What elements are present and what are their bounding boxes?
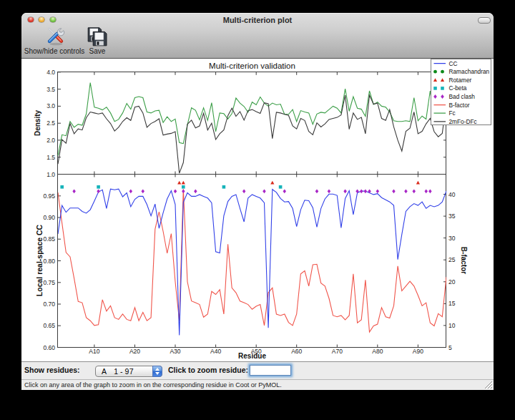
svg-text:2.5: 2.5 (46, 119, 55, 127)
svg-text:A40: A40 (210, 348, 221, 355)
svg-text:A90: A90 (413, 348, 423, 355)
svg-text:0.95: 0.95 (43, 192, 55, 200)
svg-text:3.0: 3.0 (46, 102, 55, 109)
svg-text:5: 5 (448, 344, 452, 351)
svg-text:A30: A30 (170, 348, 180, 355)
svg-text:1.5: 1.5 (46, 154, 55, 161)
svg-text:Rotamer: Rotamer (449, 77, 472, 84)
svg-text:0.65: 0.65 (43, 322, 55, 329)
svg-text:0.70: 0.70 (43, 301, 55, 308)
svg-text:0.75: 0.75 (43, 279, 55, 286)
svg-text:C-beta: C-beta (449, 84, 467, 92)
svg-text:B-factor: B-factor (460, 247, 468, 274)
svg-text:Multi-criterion validation: Multi-criterion validation (209, 62, 295, 70)
svg-text:2.0: 2.0 (46, 137, 55, 144)
svg-text:30: 30 (448, 235, 456, 242)
svg-text:0.80: 0.80 (43, 258, 55, 265)
svg-text:Ramachandran: Ramachandran (449, 68, 490, 75)
svg-text:A80: A80 (372, 348, 383, 355)
svg-text:CC: CC (449, 60, 458, 67)
svg-text:35: 35 (448, 213, 456, 220)
svg-text:0.60: 0.60 (43, 344, 55, 351)
svg-text:40: 40 (448, 191, 456, 198)
svg-text:10: 10 (448, 322, 456, 329)
svg-text:A10: A10 (89, 348, 99, 355)
svg-text:1.0: 1.0 (46, 171, 55, 178)
svg-text:A60: A60 (291, 348, 302, 355)
svg-text:2mFo-DFc: 2mFo-DFc (449, 118, 477, 125)
svg-text:Density: Density (34, 110, 41, 137)
svg-text:4.0: 4.0 (46, 69, 55, 76)
svg-text:Residue: Residue (238, 352, 266, 360)
svg-text:0.90: 0.90 (43, 214, 55, 221)
svg-text:15: 15 (448, 300, 456, 307)
svg-text:Local real-space CC: Local real-space CC (35, 224, 44, 296)
svg-text:A70: A70 (332, 348, 343, 355)
svg-text:A20: A20 (129, 348, 140, 355)
svg-text:Fc: Fc (449, 109, 456, 117)
svg-text:0.85: 0.85 (43, 235, 55, 243)
svg-text:3.5: 3.5 (46, 86, 55, 93)
svg-text:25: 25 (448, 256, 456, 263)
svg-text:Bad clash: Bad clash (449, 93, 476, 100)
svg-text:B-factor: B-factor (449, 102, 470, 109)
svg-text:20: 20 (448, 278, 456, 285)
